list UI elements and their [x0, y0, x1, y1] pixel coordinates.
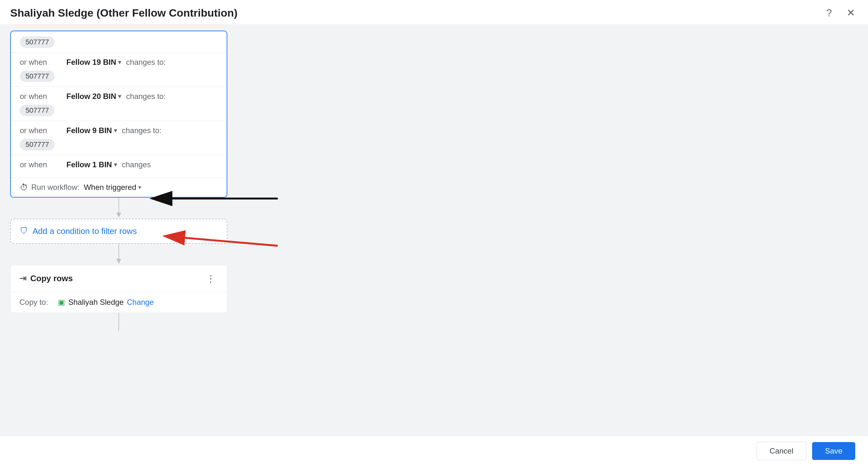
run-workflow-value: When triggered — [84, 183, 136, 192]
run-workflow-label: Run workflow: — [31, 183, 80, 192]
field-selector-1[interactable]: Fellow 19 BIN ▾ — [65, 57, 122, 67]
run-workflow-selector[interactable]: When triggered ▾ — [83, 182, 143, 192]
changes-to-1: changes to: — [126, 58, 166, 67]
connector-arrow-1: ▼ — [115, 210, 123, 219]
modal-footer: Cancel Save — [0, 436, 868, 466]
field-selector-3[interactable]: Fellow 9 BIN ▾ — [65, 125, 118, 136]
clock-icon: ⏱ — [20, 183, 28, 192]
changes-to-2: changes to: — [126, 92, 166, 101]
value-chip-1-0: 507777 — [20, 70, 55, 82]
chevron-down-icon-2: ▾ — [118, 93, 121, 100]
help-button[interactable]: ? — [822, 6, 836, 20]
modal-body: 507777 or when Fellow 19 BIN ▾ changes t… — [0, 24, 868, 436]
changes-to-4: changes — [122, 160, 151, 169]
bottom-connector-line — [118, 313, 119, 331]
copy-rows-title-group: ⇥ Copy rows — [20, 274, 73, 283]
value-chips-2: 507777 — [20, 105, 218, 116]
chevron-down-icon-run: ▾ — [138, 184, 141, 191]
change-button[interactable]: Change — [127, 298, 154, 307]
condition-group-4: or when Fellow 1 BIN ▾ changes — [11, 155, 227, 178]
field-selector-4[interactable]: Fellow 1 BIN ▾ — [65, 160, 118, 170]
close-button[interactable]: ✕ — [844, 6, 858, 20]
top-value-chip: 507777 — [20, 36, 55, 48]
field-name-3: Fellow 9 BIN — [66, 126, 112, 135]
filter-icon: ⛉ — [20, 226, 28, 236]
copy-rows-icon: ⇥ — [20, 274, 27, 283]
chevron-down-icon-1: ▾ — [118, 59, 121, 66]
field-name-4: Fellow 1 BIN — [66, 160, 112, 169]
sheet-icon: ▣ — [58, 298, 65, 307]
chevron-down-icon-3: ▾ — [114, 127, 117, 134]
condition-row-4: or when Fellow 1 BIN ▾ changes — [20, 160, 218, 170]
value-chips-1: 507777 — [20, 70, 218, 82]
condition-row-2: or when Fellow 20 BIN ▾ changes to: — [20, 91, 218, 101]
condition-row-1: or when Fellow 19 BIN ▾ changes to: — [20, 57, 218, 67]
copy-rows-title-text: Copy rows — [30, 274, 73, 283]
copy-rows-menu-button[interactable]: ⋮ — [203, 272, 218, 285]
header-icons: ? ✕ — [822, 6, 858, 20]
scrolled-top-condition: 507777 — [11, 31, 227, 53]
save-button[interactable]: Save — [812, 442, 855, 460]
connector-2: ▼ — [10, 244, 227, 265]
copy-to-row: Copy to: ▣ Shaliyah Sledge Change — [10, 292, 227, 312]
value-chips-3: 507777 — [20, 139, 218, 150]
or-when-label-1: or when — [20, 58, 61, 67]
copy-to-label: Copy to: — [20, 298, 55, 307]
field-selector-2[interactable]: Fellow 20 BIN ▾ — [65, 91, 122, 101]
cancel-button[interactable]: Cancel — [756, 442, 807, 460]
condition-group-2: or when Fellow 20 BIN ▾ changes to: 5077… — [11, 87, 227, 121]
run-workflow-row: ⏱ Run workflow: When triggered ▾ — [11, 178, 227, 197]
modal-title: Shaliyah Sledge (Other Fellow Contributi… — [10, 7, 238, 19]
add-condition-text: Add a condition to filter rows — [33, 226, 137, 236]
connector-1: ▼ — [10, 197, 227, 219]
or-when-label-2: or when — [20, 92, 61, 101]
condition-row-3: or when Fellow 9 BIN ▾ changes to: — [20, 125, 218, 136]
modal-header: Shaliyah Sledge (Other Fellow Contributi… — [0, 0, 868, 24]
chevron-down-icon-4: ▾ — [114, 161, 117, 168]
copy-rows-block: ⇥ Copy rows ⋮ Copy to: ▣ Shaliyah Sledge… — [10, 265, 227, 313]
condition-group-1: or when Fellow 19 BIN ▾ changes to: 5077… — [11, 53, 227, 87]
workflow-trigger-block: 507777 or when Fellow 19 BIN ▾ changes t… — [10, 31, 227, 197]
top-value-chips: 507777 — [20, 36, 218, 48]
add-condition-block[interactable]: ⛉ Add a condition to filter rows — [10, 219, 227, 244]
condition-group-3: or when Fellow 9 BIN ▾ changes to: 50777… — [11, 121, 227, 155]
copy-rows-header: ⇥ Copy rows ⋮ — [10, 265, 227, 292]
sheet-name: Shaliyah Sledge — [68, 298, 124, 307]
or-when-label-3: or when — [20, 126, 61, 135]
value-chip-2-0: 507777 — [20, 105, 55, 116]
or-when-label-4: or when — [20, 160, 61, 169]
field-name-1: Fellow 19 BIN — [66, 58, 116, 67]
value-chip-3-0: 507777 — [20, 139, 55, 150]
bottom-connector — [10, 313, 227, 331]
changes-to-3: changes to: — [122, 126, 161, 135]
connector-arrow-2: ▼ — [115, 257, 123, 265]
field-name-2: Fellow 20 BIN — [66, 92, 116, 101]
